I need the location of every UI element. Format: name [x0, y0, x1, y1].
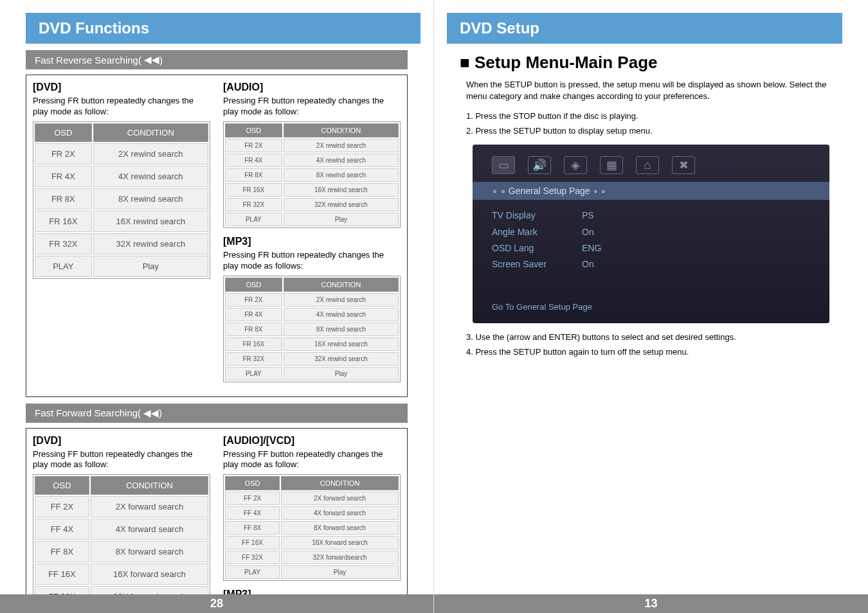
cell-condition: Play [284, 367, 399, 380]
dvd-title: [DVD] [33, 82, 210, 93]
th-cond: CONDITION [284, 123, 399, 138]
cell-condition: 32X rewind search [284, 352, 399, 366]
section-fast-forward: Fast Forward Searching( ◀◀) [26, 404, 408, 423]
cell-condition: Play [93, 256, 208, 277]
mp3-fr-table: OSDCONDITION FR 2X2X rewind searchFR 4X4… [223, 276, 401, 382]
cell-osd: FR 8X [225, 323, 282, 336]
cell-osd: FR 32X [225, 352, 282, 366]
table-row: FR 2X2X rewind search [225, 139, 399, 152]
osd-label: TV Display [492, 208, 582, 224]
cell-osd: FF 16X [225, 536, 280, 549]
th-cond: CONDITION [93, 123, 208, 142]
table-row: FR 4X4X rewind search [225, 154, 399, 167]
cell-osd: FR 4X [225, 308, 282, 321]
table-row: FF 16X16X forward search [35, 564, 208, 585]
osd-row-osdlang: OSD LangENG [492, 240, 810, 256]
table-row: FF 2X2X forward search [35, 496, 208, 517]
th-osd: OSD [225, 476, 280, 490]
cell-condition: 2X rewind search [284, 293, 399, 306]
th-cond: CONDITION [284, 278, 399, 292]
audio-fr-table: OSDCONDITION FR 2X2X rewind searchFR 4X4… [223, 121, 401, 228]
table-row: FR 2X2X rewind search [35, 143, 208, 164]
col-dvd-ff: [DVD] Pressing FF button repeatedly chan… [33, 435, 210, 613]
preference-icon: ⌂ [636, 156, 659, 174]
osd-row-tvdisplay: TV DisplayPS [492, 208, 810, 224]
cell-condition: 16X forward search [91, 564, 208, 585]
table-row: FR 32X32X rewind search [225, 198, 399, 211]
cell-condition: Play [281, 565, 399, 579]
osd-label: Angle Mark [492, 224, 582, 240]
cell-osd: FR 32X [35, 233, 92, 254]
table-row: FR 4X4X rewind search [225, 308, 399, 321]
osd-value: ENG [582, 240, 601, 256]
cell-condition: 32X rewind search [284, 198, 399, 211]
mp3-fr-rows: FR 2X2X rewind searchFR 4X4X rewind sear… [225, 293, 399, 380]
osd-value: On [582, 256, 594, 272]
setup-menu-title: Setup Menu-Main Page [460, 53, 842, 73]
osd-bar: ∘ ∘ General Setup Page ∘ ∘ [473, 182, 829, 200]
table-row: FR 8X8X rewind search [225, 168, 399, 182]
cell-osd: FF 2X [35, 496, 89, 517]
cell-condition: 16X forward search [281, 536, 399, 549]
table-row: FR 4X4X rewind search [35, 166, 208, 187]
th-osd: OSD [35, 476, 89, 495]
tv-icon: ▭ [492, 156, 515, 174]
cell-condition: Play [284, 213, 399, 226]
cell-osd: FR 4X [35, 166, 92, 187]
cell-osd: FR 16X [35, 211, 92, 232]
step-2: 2. Press the SETUP button to display set… [466, 126, 842, 136]
cell-osd: FF 2X [225, 492, 280, 505]
cell-condition: 8X rewind search [93, 188, 208, 209]
table-row: FR 2X2X rewind search [225, 293, 399, 306]
th-cond: CONDITION [281, 476, 399, 490]
forward-icon: ◀◀ [143, 407, 159, 419]
cell-osd: FR 2X [35, 143, 92, 164]
cell-osd: FR 2X [225, 293, 282, 306]
osd-label: OSD Lang [492, 240, 582, 256]
table-row: FF 4X4X forward search [35, 519, 208, 540]
table-row: PLAYPlay [225, 367, 399, 380]
cell-osd: FR 16X [225, 337, 282, 351]
table-row: FF 2X2X forward search [225, 492, 399, 505]
audio-title: [AUDIO] [223, 82, 401, 93]
cell-condition: 16X rewind search [93, 211, 208, 232]
table-row: FR 8X8X rewind search [35, 188, 208, 209]
cell-condition: 2X rewind search [93, 143, 208, 164]
osd-row-screensaver: Screen SaverOn [492, 256, 810, 272]
audio-ff-table: OSDCONDITION FF 2X2X forward searchFF 4X… [223, 474, 401, 581]
table-row: FR 16X16X rewind search [225, 337, 399, 351]
cell-condition: 2X forward search [281, 492, 399, 505]
banner-dvd-setup: DVD Setup [447, 13, 842, 44]
cell-condition: 8X rewind search [284, 323, 399, 336]
osd-label: Screen Saver [492, 256, 582, 272]
col-audio-mp3-ff: [AUDIO]/[VCD] Pressing FF button repeate… [223, 435, 401, 613]
cell-condition: 8X forward search [281, 521, 399, 535]
mp3-title: [MP3] [223, 236, 401, 247]
cell-osd: FR 4X [225, 154, 282, 167]
dolby-icon: ◈ [564, 156, 587, 174]
cell-condition: 4X rewind search [284, 308, 399, 321]
page-right: DVD Setup Setup Menu-Main Page When the … [434, 0, 868, 613]
th-cond: CONDITION [91, 476, 208, 495]
cell-osd: FF 4X [225, 506, 280, 520]
th-osd: OSD [35, 123, 92, 142]
page-number-right: 13 [434, 594, 868, 613]
cell-osd: FF 4X [35, 519, 89, 540]
section-title: Fast Forward Searching( [35, 407, 141, 418]
cell-condition: 2X forward search [91, 496, 208, 517]
cell-osd: FF 8X [225, 521, 280, 535]
cell-osd: FF 32X [225, 551, 280, 564]
dvd-desc: Pressing FR button repeatedly changes th… [33, 96, 210, 118]
osd-options: TV DisplayPS Angle MarkOn OSD LangENG Sc… [473, 200, 829, 298]
step-3: 3. Use the (arrow and ENTER) buttons to … [466, 332, 842, 342]
osd-screen: ▭ 🔊 ◈ ▦ ⌂ ✖ ∘ ∘ General Setup Page ∘ ∘ T… [473, 145, 829, 323]
th-osd: OSD [225, 278, 282, 292]
osd-footer: Go To General Setup Page [473, 298, 829, 315]
table-row: FF 8X8X forward search [35, 541, 208, 562]
cell-condition: 8X forward search [91, 541, 208, 562]
cell-osd: FR 32X [225, 198, 282, 211]
table-row: FF 32X32X forwardsearch [225, 551, 399, 564]
col-audio-mp3: [AUDIO] Pressing FR button repeatedly ch… [223, 82, 401, 390]
table-row: FR 8X8X rewind search [225, 323, 399, 336]
fast-reverse-box: [DVD] Pressing FR button repeatedly chan… [26, 75, 408, 397]
